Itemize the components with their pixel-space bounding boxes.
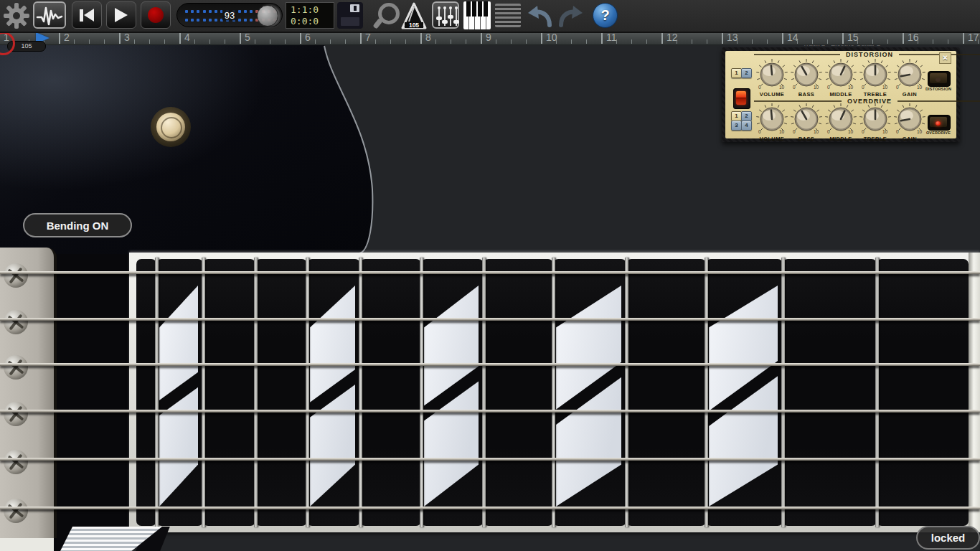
save-icon[interactable]	[337, 2, 363, 29]
beat-tick	[74, 39, 75, 44]
beat-tick	[752, 39, 753, 44]
bar-tick	[601, 33, 603, 44]
fret-cell[interactable]	[484, 259, 553, 526]
beat-tick	[435, 39, 436, 44]
settings-gear-icon[interactable]	[3, 2, 30, 29]
metronome-bpm: 105	[409, 22, 419, 29]
beat-tick	[375, 39, 376, 44]
pickup-base	[0, 538, 54, 551]
power-rocker-switch[interactable]	[733, 88, 750, 109]
guitar-string-1[interactable]	[0, 271, 980, 274]
volume-led-dot	[238, 19, 241, 22]
piano-keyboard-icon[interactable]	[463, 1, 491, 29]
channel-button-1[interactable]: 1	[731, 68, 742, 78]
volume-led-dot	[244, 19, 247, 22]
bar-number: 6	[305, 32, 311, 43]
volume-led-dot	[191, 10, 194, 13]
amp-effects-panel[interactable]: Track 2 - Electric Guitar 2 ✕ DISTORSION…	[720, 40, 963, 142]
timeline-ruler[interactable]: 1234567891011121314151617	[0, 32, 980, 45]
help-icon[interactable]: ?	[593, 3, 618, 28]
fret-cell[interactable]	[136, 259, 156, 526]
stomp-label: DISTORSION	[922, 87, 955, 91]
amp-section-title: DISTORSION	[846, 51, 893, 58]
metronome-icon[interactable]: 105	[400, 2, 428, 29]
fret-wire	[625, 258, 628, 527]
fader-icon	[456, 8, 457, 26]
knob-scale-max: 10	[779, 85, 784, 90]
bar-number: 3	[124, 32, 130, 43]
guitar-string-4[interactable]	[0, 410, 980, 413]
undo-icon[interactable]	[524, 3, 554, 29]
rewind-bar	[80, 9, 83, 22]
channel-button-2[interactable]: 2	[741, 111, 752, 121]
beat-tick	[827, 39, 828, 44]
bar-tick	[360, 33, 362, 44]
volume-slider[interactable]: 93	[176, 3, 283, 27]
volume-led-dot	[209, 19, 212, 22]
beat-tick	[526, 39, 527, 44]
bar-tick	[903, 33, 904, 44]
fret-wire	[420, 258, 423, 527]
channel-button-2[interactable]: 2	[741, 68, 752, 78]
fret-cell[interactable]	[626, 259, 706, 526]
guitar-string-5[interactable]	[0, 458, 980, 461]
beat-tick	[767, 39, 768, 44]
fader-icon	[444, 8, 446, 26]
amp-frame: ✕ DISTORSION12010VOLUME010BASS010MIDDLE0…	[722, 47, 960, 142]
locked-badge[interactable]: locked	[916, 526, 980, 550]
beat-tick	[511, 39, 512, 44]
bar-tick	[240, 33, 241, 44]
pickup-pole	[4, 450, 28, 474]
rewind-button[interactable]	[72, 1, 102, 29]
guitar-volume-knob[interactable]	[151, 107, 191, 147]
stomp-label: OVERDRIVE	[922, 131, 955, 135]
bar-number: 5	[245, 32, 250, 43]
mixer-button[interactable]	[432, 1, 459, 29]
beat-tick	[270, 39, 270, 44]
bar-tick	[179, 33, 181, 44]
channel-button-4[interactable]: 4	[741, 121, 752, 131]
volume-led-dot	[197, 10, 199, 13]
redo-icon[interactable]	[557, 3, 587, 29]
track-list-icon[interactable]	[495, 4, 521, 27]
play-button[interactable]	[106, 1, 136, 29]
zoom-icon[interactable]	[371, 2, 398, 29]
volume-led-dot	[238, 10, 241, 13]
knob-scale-min: 0	[793, 129, 796, 134]
bar-tick	[481, 33, 482, 44]
guitar-string-6[interactable]	[0, 507, 980, 509]
beat-tick	[194, 39, 195, 44]
pickup-pole	[4, 263, 28, 288]
time-secondary: 0:0:0	[291, 16, 334, 27]
volume-slider-knob[interactable]	[257, 5, 278, 27]
waveform-track-button[interactable]	[33, 1, 66, 29]
beat-tick	[556, 39, 557, 44]
guitar-string-2[interactable]	[0, 318, 980, 321]
beat-tick	[390, 39, 391, 44]
beat-tick	[692, 39, 692, 44]
stomp-button-overdrive[interactable]	[928, 115, 951, 131]
fret-cell[interactable]	[360, 259, 421, 526]
guitar-string-3[interactable]	[0, 363, 980, 366]
fret-wire	[359, 258, 362, 527]
bar-tick	[59, 33, 60, 44]
stomp-button-distorsion[interactable]	[928, 71, 951, 87]
amp-face: ✕ DISTORSION12010VOLUME010BASS010MIDDLE0…	[725, 51, 956, 138]
bar-number: 11	[606, 32, 617, 43]
close-icon[interactable]: ✕	[939, 52, 951, 64]
beat-tick	[872, 39, 873, 44]
knob-ring	[161, 117, 182, 138]
volume-led-dot	[250, 19, 253, 22]
fret-cell[interactable]	[255, 259, 307, 526]
channel-button-3[interactable]: 3	[731, 121, 742, 131]
record-button[interactable]	[141, 1, 171, 29]
bar-number: 2	[64, 32, 70, 43]
fret-cell[interactable]	[203, 259, 255, 526]
fret-cell[interactable]	[783, 259, 877, 526]
fretboard[interactable]	[129, 253, 980, 532]
bar-tick	[842, 33, 844, 44]
channel-button-1[interactable]: 1	[731, 111, 742, 121]
bending-toggle[interactable]: Bending ON	[23, 213, 132, 237]
pickup-pole	[4, 355, 28, 380]
fret-cell[interactable]	[877, 259, 969, 526]
